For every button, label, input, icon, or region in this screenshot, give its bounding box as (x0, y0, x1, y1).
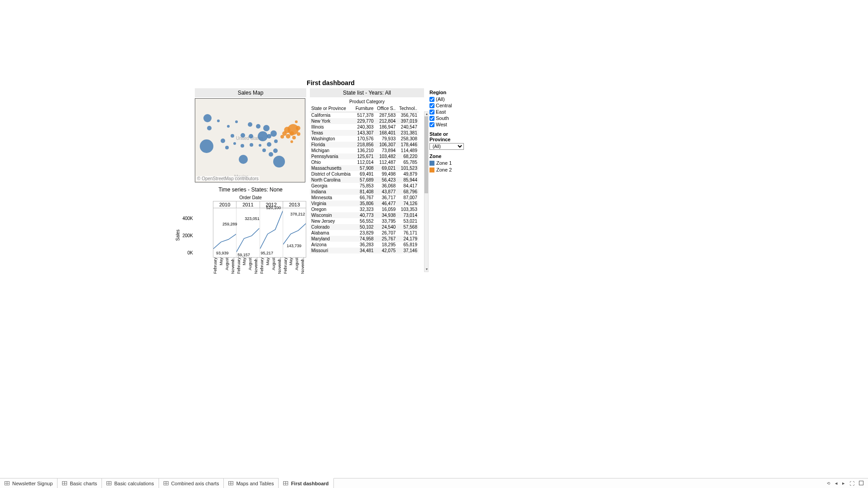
table-row[interactable]: California517,378287,583356,761 (310, 112, 419, 119)
table-scrollbar[interactable]: ▴ ▾ (424, 111, 429, 272)
sales-map[interactable]: United States Mexico (195, 98, 305, 182)
checkbox[interactable] (429, 122, 434, 127)
region-checkbox-item[interactable]: East (429, 109, 470, 115)
table-row[interactable]: Pennsylvania125,671103,48268,220 (310, 153, 419, 159)
map-bubble[interactable] (297, 132, 300, 136)
map-bubble[interactable] (273, 148, 278, 153)
presentation-icon[interactable] (859, 481, 863, 486)
table-cell: 50,102 (353, 224, 375, 230)
map-bubble[interactable] (289, 131, 294, 136)
table-row[interactable]: Washington170,57679,933258,308 (310, 136, 419, 142)
map-bubble[interactable] (273, 156, 285, 167)
map-bubble[interactable] (227, 125, 230, 128)
map-bubble[interactable] (290, 140, 293, 143)
map-bubble[interactable] (225, 146, 229, 149)
map-bubble[interactable] (259, 144, 261, 147)
scroll-thumb[interactable] (424, 116, 428, 193)
table-row[interactable]: Arizona36,28318,29565,819 (310, 242, 419, 248)
map-bubble[interactable] (296, 126, 300, 130)
table-column-header[interactable]: Furniture (353, 105, 375, 112)
scroll-down-arrow[interactable]: ▾ (424, 267, 429, 272)
table-cell: Colorado (310, 224, 353, 230)
map-bubble[interactable] (249, 134, 253, 139)
fullscreen-icon[interactable]: ⛶ (849, 481, 854, 486)
table-row[interactable]: Florida218,856106,307178,446 (310, 142, 419, 148)
checkbox[interactable] (429, 116, 434, 121)
map-bubble[interactable] (295, 120, 298, 123)
table-row[interactable]: Missouri34,48142,07537,146 (310, 248, 419, 254)
table-row[interactable]: New York229,770212,804397,019 (310, 118, 419, 124)
map-bubble[interactable] (200, 139, 213, 153)
map-bubble[interactable] (248, 122, 252, 127)
table-column-header[interactable]: Office S.. (375, 105, 397, 112)
reset-icon[interactable]: ⟲ (827, 481, 830, 486)
map-bubble[interactable] (203, 114, 212, 122)
table-row[interactable]: Colorado50,10224,54057,568 (310, 224, 419, 230)
prev-sheet-icon[interactable]: ◂ (835, 480, 838, 486)
map-bubble[interactable] (241, 144, 244, 148)
table-column-header[interactable]: State or Province (310, 105, 353, 112)
map-bubble[interactable] (256, 124, 260, 129)
table-row[interactable]: Indiana81,40843,87768,796 (310, 189, 419, 195)
map-bubble[interactable] (274, 139, 278, 143)
sheet-tab[interactable]: Combined axis charts (159, 478, 224, 488)
table-cell: 33,795 (375, 218, 397, 224)
region-checkbox-item[interactable]: West (429, 121, 470, 128)
region-checkbox-item[interactable]: South (429, 115, 470, 121)
zone-legend-item[interactable]: Zone 1 (429, 160, 470, 167)
table-row[interactable]: Georgia75,85336,06884,417 (310, 183, 419, 189)
table-cell: 24,540 (375, 224, 397, 230)
state-select[interactable]: (All) (429, 143, 464, 150)
map-bubble[interactable] (263, 125, 270, 131)
time-series-chart[interactable]: 93,939259,28959,157323,05195,217520,1001… (213, 208, 306, 258)
map-bubble[interactable] (258, 131, 268, 141)
table-row[interactable]: Illinois240,303186,947240,547 (310, 124, 419, 130)
table-row[interactable]: Oregon32,32316,059103,353 (310, 206, 419, 212)
map-bubble[interactable] (231, 134, 234, 138)
map-bubble[interactable] (241, 133, 245, 138)
table-column-header[interactable]: Technol.. (397, 105, 419, 112)
map-bubble[interactable] (267, 142, 271, 147)
sheet-tab[interactable]: Maps and Tables (224, 478, 279, 488)
sheet-tab[interactable]: First dashboard (279, 478, 333, 488)
table-row[interactable]: Texas143,307168,401231,381 (310, 130, 419, 136)
state-table[interactable]: State or ProvinceFurnitureOffice S..Tech… (310, 105, 419, 254)
table-row[interactable]: Massachusetts57,90869,021101,523 (310, 165, 419, 171)
map-bubble[interactable] (239, 155, 248, 164)
map-bubble[interactable] (235, 120, 238, 123)
scroll-up-arrow[interactable]: ▴ (424, 112, 429, 116)
map-bubble[interactable] (207, 126, 212, 130)
map-bubble[interactable] (233, 142, 236, 145)
map-bubble[interactable] (250, 143, 253, 147)
map-bubble[interactable] (269, 152, 273, 157)
y-tick: 200K (178, 233, 193, 238)
map-bubble[interactable] (292, 136, 296, 139)
table-row[interactable]: Minnesota66,76736,71787,007 (310, 195, 419, 201)
sheet-tab[interactable]: Basic calculations (102, 478, 159, 488)
table-row[interactable]: Wisconsin40,77334,93873,014 (310, 212, 419, 218)
map-bubble[interactable] (221, 139, 225, 143)
table-row[interactable]: Ohio112,014112,48765,785 (310, 159, 419, 165)
next-sheet-icon[interactable]: ▸ (842, 480, 845, 486)
table-row[interactable]: New Jersey56,55233,79553,021 (310, 218, 419, 224)
region-checkbox-item[interactable]: Central (429, 102, 470, 109)
checkbox[interactable] (429, 97, 434, 102)
chart-segment: 93,939259,289 (213, 208, 236, 257)
table-row[interactable]: Maryland74,95825,76724,179 (310, 236, 419, 242)
checkbox[interactable] (429, 110, 434, 115)
table-row[interactable]: Alabama23,82926,70776,171 (310, 230, 419, 236)
table-cell: 34,481 (353, 248, 375, 254)
table-row[interactable]: District of Columbia69,49199,49849,879 (310, 171, 419, 177)
state-list-title: State list - Years: All (310, 88, 424, 97)
map-bubble[interactable] (262, 148, 266, 152)
checkbox[interactable] (429, 103, 434, 108)
sheet-tab[interactable]: Newsletter Signup (0, 478, 58, 488)
region-checkbox-item[interactable]: (All) (429, 96, 470, 102)
table-row[interactable]: Virginia35,80646,47774,126 (310, 201, 419, 206)
sheet-tab[interactable]: Basic charts (58, 478, 102, 488)
map-bubble[interactable] (270, 130, 277, 137)
zone-legend-item[interactable]: Zone 2 (429, 167, 470, 173)
table-row[interactable]: Michigan136,21073,894114,489 (310, 148, 419, 153)
map-bubble[interactable] (217, 120, 220, 122)
table-row[interactable]: North Carolina57,68956,42385,944 (310, 177, 419, 183)
